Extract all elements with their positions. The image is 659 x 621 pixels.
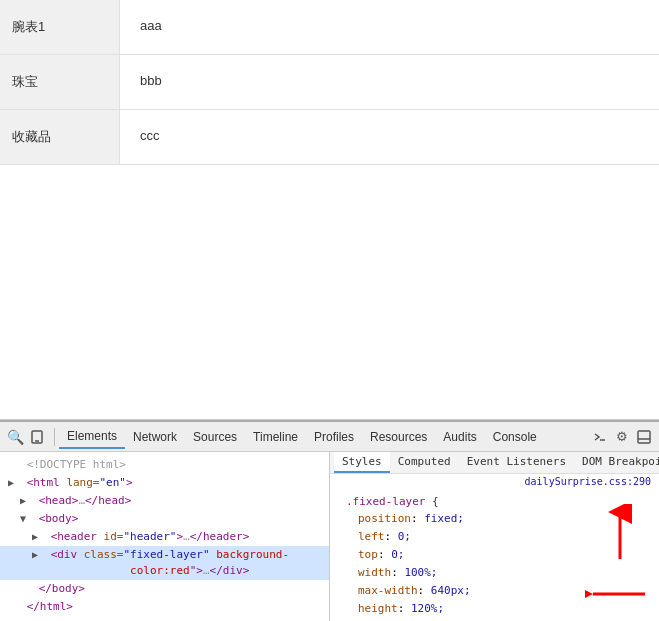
console-prompt-icon[interactable] [591, 428, 609, 446]
svg-rect-3 [638, 431, 650, 443]
html-head[interactable]: ▶ <head>…</head> [0, 492, 329, 510]
tab-network[interactable]: Network [125, 426, 185, 448]
html-tag-div-close: </div> [210, 564, 250, 577]
prop-name-max-width: max-width [358, 584, 418, 597]
tree-arrow: ▶ [32, 547, 44, 563]
html-html[interactable]: ▶ <html lang="en"> [0, 474, 329, 492]
tab-elements[interactable]: Elements [59, 425, 125, 449]
toolbar-right-icons: ⚙ [591, 428, 653, 446]
html-header[interactable]: ▶ <header id="header">…</header> [0, 528, 329, 546]
html-attr-bg: background- [210, 548, 289, 561]
html-body[interactable]: ▼ <body> [0, 510, 329, 528]
annotation-arrow-up [595, 504, 645, 562]
styles-tabs: Styles Computed Event Listeners DOM Brea… [330, 452, 659, 474]
search-icon[interactable]: 🔍 [6, 428, 24, 446]
style-brace-open: { [432, 495, 439, 508]
html-attr-bg-2: color:red [44, 564, 190, 577]
prop-value-top: 0; [391, 548, 404, 561]
html-tag-div: <div [51, 548, 84, 561]
header-collapsed: … [183, 530, 190, 543]
tab-profiles[interactable]: Profiles [306, 426, 362, 448]
prop-value-max-width: 640px; [431, 584, 471, 597]
tree-arrow: ▶ [20, 493, 32, 509]
prop-name-width: width [358, 566, 391, 579]
html-div-selected[interactable]: ▶ <div class="fixed-layer" background- c… [0, 546, 329, 580]
table-row: 腕表1 aaa [0, 0, 659, 55]
prop-name-left: left [358, 530, 385, 543]
html-attr-lang-value: "en" [100, 476, 127, 489]
html-attr-lang: lang= [66, 476, 99, 489]
tab-audits[interactable]: Audits [435, 426, 484, 448]
toolbar-separator [54, 428, 55, 446]
div-collapsed: … [203, 564, 210, 577]
head-collapsed: … [78, 494, 85, 507]
html-tag-close: > [126, 476, 133, 489]
data-table: 腕表1 aaa 珠宝 bbb 收藏品 ccc [0, 0, 659, 165]
main-content: 腕表1 aaa 珠宝 bbb 收藏品 ccc [0, 0, 659, 420]
html-pane[interactable]: <!DOCTYPE html> ▶ <html lang="en"> ▶ <he… [0, 452, 330, 621]
prop-value-left: 0; [398, 530, 411, 543]
prop-value-width: 100%; [404, 566, 437, 579]
html-tag-body: <body> [39, 512, 79, 525]
html-tag-body-close: </body> [39, 582, 85, 595]
html-tag-head: <head> [39, 494, 79, 507]
tab-sources[interactable]: Sources [185, 426, 245, 448]
tree-arrow: ▶ [32, 529, 44, 545]
prop-name-position: position [358, 512, 411, 525]
html-attr-id: id= [104, 530, 124, 543]
html-tag-html-close: </html> [27, 600, 73, 613]
prop-value-height: 120%; [411, 602, 444, 615]
html-attr-class-value: "fixed-layer" [124, 548, 210, 561]
tree-arrow: ▼ [20, 511, 32, 527]
styles-tab-computed[interactable]: Computed [390, 452, 459, 473]
settings-icon[interactable]: ⚙ [613, 428, 631, 446]
devtools-toolbar: 🔍 Elements Network Sources Timeline Prof… [0, 422, 659, 452]
cell-label-3: 收藏品 [0, 110, 120, 164]
styles-content: dailySurprise.css:290 .fixed-layer { pos… [330, 474, 659, 621]
devtools-panel: 🔍 Elements Network Sources Timeline Prof… [0, 420, 659, 621]
device-icon[interactable] [28, 428, 46, 446]
tab-resources[interactable]: Resources [362, 426, 435, 448]
html-doctype[interactable]: <!DOCTYPE html> [0, 456, 329, 474]
tree-arrow: ▶ [8, 475, 20, 491]
html-tag-header-close: </header> [190, 530, 250, 543]
cell-label-1: 腕表1 [0, 0, 120, 54]
tab-timeline[interactable]: Timeline [245, 426, 306, 448]
dock-icon[interactable] [635, 428, 653, 446]
annotation-arrow-left [585, 579, 645, 612]
prop-name-height: height [358, 602, 398, 615]
cell-value-3: ccc [120, 110, 659, 164]
html-html-close[interactable]: </html> [0, 598, 329, 616]
devtools-body: <!DOCTYPE html> ▶ <html lang="en"> ▶ <he… [0, 452, 659, 621]
html-tag-div-gt: "> [190, 564, 203, 577]
cell-value-2: bbb [120, 55, 659, 109]
html-tag-head-close: </head> [85, 494, 131, 507]
html-tag-header: <header [51, 530, 104, 543]
html-attr-class: class= [84, 548, 124, 561]
styles-tab-styles[interactable]: Styles [334, 452, 390, 473]
style-source[interactable]: dailySurprise.css:290 [330, 474, 659, 489]
html-tag-html: <html [27, 476, 67, 489]
html-attr-id-value: "header" [123, 530, 176, 543]
cell-label-2: 珠宝 [0, 55, 120, 109]
table-row: 收藏品 ccc [0, 110, 659, 165]
style-source-link[interactable]: dailySurprise.css:290 [525, 476, 651, 487]
table-row: 珠宝 bbb [0, 55, 659, 110]
prop-value-position: fixed; [424, 512, 464, 525]
tab-console[interactable]: Console [485, 426, 545, 448]
cell-value-1: aaa [120, 0, 659, 54]
doctype-text: <!DOCTYPE html> [27, 458, 126, 471]
styles-pane: Styles Computed Event Listeners DOM Brea… [330, 452, 659, 621]
styles-tab-event-listeners[interactable]: Event Listeners [459, 452, 574, 473]
styles-tab-dom-breakpoints[interactable]: DOM Breakpoints [574, 452, 659, 473]
html-body-close[interactable]: </body> [0, 580, 329, 598]
prop-name-top: top [358, 548, 378, 561]
